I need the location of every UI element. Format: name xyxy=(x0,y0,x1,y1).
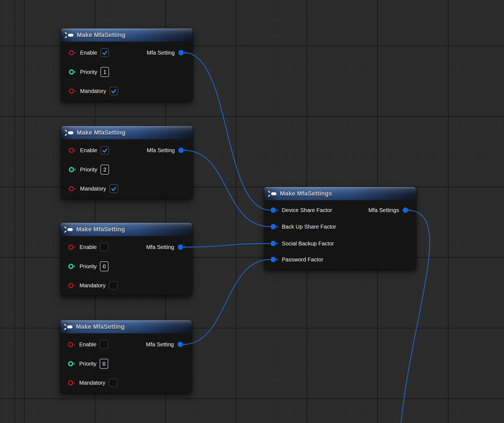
mandatory-checkbox[interactable] xyxy=(109,281,118,290)
struct-pin-icon[interactable] xyxy=(402,207,411,213)
make-struct-icon xyxy=(268,190,277,197)
make-struct-icon xyxy=(65,129,74,136)
priority-input[interactable]: 0 xyxy=(100,359,108,369)
node-make-mfasetting-1[interactable]: Make MfaSetting Enable Priority 1 Mandat… xyxy=(61,28,193,101)
node-header[interactable]: Make MfaSettings xyxy=(264,187,416,200)
pin-label: Priority xyxy=(80,69,97,75)
pin-label: Mandatory xyxy=(80,186,106,192)
check-icon xyxy=(102,50,108,56)
int-pin-icon[interactable] xyxy=(68,166,77,173)
make-struct-icon xyxy=(64,226,73,233)
pin-label: Enable xyxy=(80,50,97,56)
priority-input[interactable]: 1 xyxy=(100,67,109,77)
node-header[interactable]: Make MfaSetting xyxy=(60,320,192,333)
graph-canvas[interactable]: Make MfaSetting Enable Priority 1 Mandat… xyxy=(0,0,504,423)
pin-label: Mandatory xyxy=(80,88,106,94)
node-header[interactable]: Make MfaSetting xyxy=(61,28,193,42)
check-icon xyxy=(111,88,117,94)
node-header[interactable]: Make MfaSetting xyxy=(60,223,192,236)
priority-input[interactable]: 0 xyxy=(100,261,108,271)
pin-label: Mandatory xyxy=(79,282,106,289)
wire-node2-to-backup-share-factor[interactable] xyxy=(184,150,270,227)
node-title: Make MfaSetting xyxy=(76,323,125,330)
pin-label: Mfa Setting xyxy=(147,50,175,56)
pin-label: Enable xyxy=(79,341,96,348)
int-pin-icon[interactable] xyxy=(68,360,76,367)
pin-label: Mfa Setting xyxy=(147,147,175,154)
int-pin-icon[interactable] xyxy=(68,69,77,75)
struct-pin-icon[interactable] xyxy=(270,207,278,213)
check-icon xyxy=(102,147,108,153)
priority-input[interactable]: 2 xyxy=(100,165,109,175)
struct-pin-icon[interactable] xyxy=(178,147,186,154)
mandatory-checkbox[interactable] xyxy=(110,87,118,95)
enable-checkbox[interactable] xyxy=(100,49,109,57)
enable-checkbox[interactable] xyxy=(100,146,109,155)
pin-label: Device Share Factor xyxy=(282,207,332,213)
enable-checkbox[interactable] xyxy=(100,340,108,349)
struct-pin-icon[interactable] xyxy=(178,49,186,56)
make-struct-icon xyxy=(65,32,74,39)
struct-pin-icon[interactable] xyxy=(177,341,185,348)
struct-pin-icon[interactable] xyxy=(270,223,278,230)
node-make-mfasetting-2[interactable]: Make MfaSetting Enable Priority 2 Mandat… xyxy=(61,126,193,199)
node-title: Make MfaSetting xyxy=(77,129,126,136)
bool-pin-icon[interactable] xyxy=(68,244,76,250)
pin-label: Mfa Setting xyxy=(146,244,174,250)
node-make-mfasettings[interactable]: Make MfaSettings Device Share Factor Bac… xyxy=(264,187,416,269)
bool-pin-icon[interactable] xyxy=(68,282,76,289)
struct-pin-icon[interactable] xyxy=(270,256,278,263)
make-struct-icon xyxy=(64,323,73,330)
bool-pin-icon[interactable] xyxy=(68,49,77,56)
bool-pin-icon[interactable] xyxy=(68,185,77,192)
node-make-mfasetting-3[interactable]: Make MfaSetting Enable Priority 0 Mandat… xyxy=(60,223,192,295)
pin-label: Enable xyxy=(79,244,97,250)
bool-pin-icon[interactable] xyxy=(68,147,77,154)
pin-label: Social Backup Factor xyxy=(282,240,334,247)
bool-pin-icon[interactable] xyxy=(68,341,76,348)
pin-label: Priority xyxy=(80,167,97,173)
node-make-mfasetting-4[interactable]: Make MfaSetting Enable Priority 0 Mandat… xyxy=(60,320,192,393)
node-header[interactable]: Make MfaSetting xyxy=(61,126,193,139)
wire-node3-to-social-backup-factor[interactable] xyxy=(184,243,270,247)
wire-node1-to-device-share-factor[interactable] xyxy=(184,53,270,210)
struct-pin-icon[interactable] xyxy=(177,244,186,250)
node-title: Make MfaSetting xyxy=(76,226,125,233)
bool-pin-icon[interactable] xyxy=(68,88,77,94)
node-title: Make MfaSettings xyxy=(280,190,332,197)
pin-label: Back Up Share Factor xyxy=(282,224,336,230)
mandatory-checkbox[interactable] xyxy=(110,184,118,193)
int-pin-icon[interactable] xyxy=(68,263,76,270)
wire-node4-to-password-factor[interactable] xyxy=(183,259,270,344)
pin-label: Password Factor xyxy=(282,256,323,263)
pin-label: Mfa Setting xyxy=(146,341,174,348)
bool-pin-icon[interactable] xyxy=(68,379,76,386)
pin-label: Mfa Settings xyxy=(368,207,399,213)
mandatory-checkbox[interactable] xyxy=(109,379,117,387)
pin-label: Enable xyxy=(80,147,97,154)
pin-label: Mandatory xyxy=(79,380,105,386)
pin-label: Priority xyxy=(79,361,96,367)
node-title: Make MfaSetting xyxy=(77,31,126,39)
struct-pin-icon[interactable] xyxy=(270,240,278,247)
enable-checkbox[interactable] xyxy=(100,243,108,251)
check-icon xyxy=(111,186,117,192)
pin-label: Priority xyxy=(79,263,97,270)
